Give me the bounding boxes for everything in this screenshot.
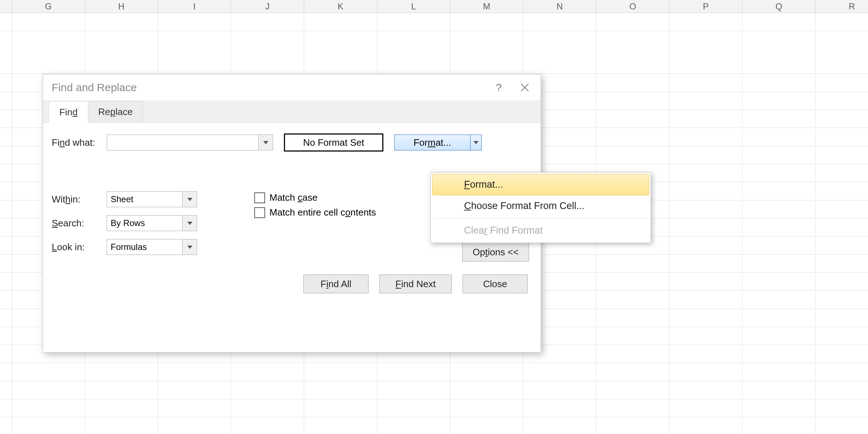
search-select[interactable]: By Rows xyxy=(107,215,197,231)
match-case-checkbox[interactable]: Match case xyxy=(254,192,376,203)
find-what-label: Find what: xyxy=(52,137,107,148)
chevron-down-icon xyxy=(187,246,192,249)
menu-choose-format-from-cell[interactable]: Choose Format From Cell... xyxy=(432,195,649,217)
column-header[interactable]: N xyxy=(523,0,596,13)
search-value: By Rows xyxy=(107,216,182,231)
close-button[interactable]: Close xyxy=(463,275,528,293)
help-button[interactable]: ? xyxy=(486,78,512,97)
column-header[interactable]: G xyxy=(12,0,85,13)
column-header[interactable]: J xyxy=(231,0,304,13)
find-next-button[interactable]: Find Next xyxy=(379,275,452,293)
close-icon[interactable] xyxy=(512,78,538,97)
column-header[interactable]: K xyxy=(304,0,377,13)
chevron-down-icon xyxy=(187,222,192,225)
column-header[interactable]: I xyxy=(158,0,231,13)
column-header[interactable]: H xyxy=(85,0,158,13)
within-label: Within: xyxy=(52,194,107,205)
menu-clear-find-format: Clear Find Format xyxy=(432,220,649,241)
find-what-dropdown[interactable] xyxy=(258,135,273,150)
menu-separator xyxy=(434,218,647,218)
within-select[interactable]: Sheet xyxy=(107,191,197,207)
column-header[interactable]: R xyxy=(816,0,868,13)
lookin-select[interactable]: Formulas xyxy=(107,239,197,255)
tab-strip: Find Replace xyxy=(43,101,541,122)
format-preview: No Format Set xyxy=(284,133,383,152)
find-all-button[interactable]: Find All xyxy=(303,275,369,293)
match-entire-checkbox[interactable]: Match entire cell contents xyxy=(254,207,376,218)
within-dropdown[interactable] xyxy=(182,192,197,207)
format-button-dropdown[interactable] xyxy=(471,135,481,150)
checkbox-icon xyxy=(254,207,265,218)
format-dropdown-menu: Format... Choose Format From Cell... Cle… xyxy=(430,172,651,243)
chevron-down-icon xyxy=(187,198,192,201)
format-button[interactable]: Format... xyxy=(394,135,482,150)
match-case-label: Match case xyxy=(269,192,318,203)
menu-format[interactable]: Format... xyxy=(432,174,649,195)
format-button-label: Format... xyxy=(395,135,471,150)
lookin-value: Formulas xyxy=(107,239,182,255)
within-value: Sheet xyxy=(107,192,182,207)
search-dropdown[interactable] xyxy=(182,216,197,231)
find-what-input[interactable] xyxy=(107,135,273,150)
dialog-titlebar[interactable]: Find and Replace ? xyxy=(43,75,541,101)
tab-replace[interactable]: Replace xyxy=(88,101,143,122)
chevron-down-icon xyxy=(263,141,268,144)
column-header[interactable]: P xyxy=(669,0,743,13)
column-header-row: G H I J K L M N O P Q R xyxy=(0,0,868,13)
dialog-title: Find and Replace xyxy=(52,81,486,94)
column-header[interactable]: L xyxy=(377,0,450,13)
match-entire-label: Match entire cell contents xyxy=(269,207,376,218)
options-button[interactable]: Options << xyxy=(462,243,529,261)
tab-find[interactable]: Find xyxy=(49,101,88,123)
lookin-label: Look in: xyxy=(52,242,107,253)
column-header[interactable]: O xyxy=(596,0,669,13)
lookin-dropdown[interactable] xyxy=(182,239,197,255)
column-header-blank xyxy=(0,0,12,13)
checkbox-icon xyxy=(254,192,265,203)
find-what-value[interactable] xyxy=(107,135,258,150)
column-header[interactable]: Q xyxy=(743,0,816,13)
column-header[interactable]: M xyxy=(450,0,523,13)
search-label: Search: xyxy=(52,218,107,229)
chevron-down-icon xyxy=(473,141,478,144)
